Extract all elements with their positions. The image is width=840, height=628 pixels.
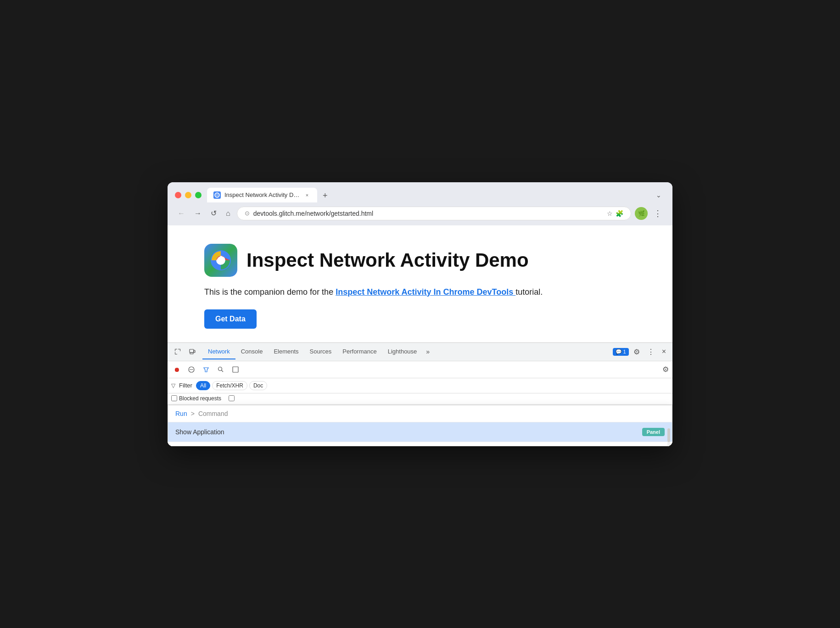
svg-marker-15 <box>204 368 208 372</box>
element-picker-button[interactable] <box>171 346 184 357</box>
console-badge-icon: 💬 <box>616 349 622 355</box>
more-tabs-button[interactable]: » <box>422 346 433 357</box>
svg-point-16 <box>218 367 222 370</box>
filter-button[interactable] <box>201 364 212 375</box>
active-tab[interactable]: Inspect Network Activity Dem × <box>207 188 317 202</box>
devtools-left-icons <box>171 346 199 357</box>
page-header: Inspect Network Activity Demo <box>204 244 636 277</box>
svg-point-3 <box>217 257 224 264</box>
network-toolbar: ⏺ <box>168 361 672 378</box>
page-content: Inspect Network Activity Demo This is th… <box>168 225 672 342</box>
new-tab-button[interactable]: + <box>319 189 331 202</box>
command-scrollbar-thumb <box>667 428 670 442</box>
devtools-settings-button[interactable]: ⚙ <box>631 346 643 358</box>
page-title: Inspect Network Activity Demo <box>246 249 529 271</box>
profile-avatar[interactable]: 🌿 <box>635 207 648 220</box>
command-label-application: Show Application <box>175 428 642 436</box>
maximize-window-button[interactable] <box>195 192 202 198</box>
filter-doc[interactable]: Doc <box>249 381 267 390</box>
svg-rect-9 <box>175 352 175 354</box>
close-window-button[interactable] <box>175 192 181 198</box>
tab-close-button[interactable]: × <box>303 191 311 199</box>
address-field[interactable]: ⊙ devtools.glitch.me/network/getstarted.… <box>237 207 631 220</box>
home-button[interactable]: ⌂ <box>223 207 233 219</box>
network-panel: ⏺ <box>168 361 672 446</box>
command-item-application[interactable]: Show Application Panel <box>168 422 672 442</box>
svg-rect-7 <box>180 349 180 351</box>
clear-button[interactable] <box>186 364 197 375</box>
filter-label: Filter <box>179 382 192 389</box>
tab-network[interactable]: Network <box>202 344 235 359</box>
tab-title: Inspect Network Activity Dem <box>224 191 300 198</box>
third-party-item <box>229 395 236 401</box>
tab-favicon <box>213 191 221 199</box>
device-toolbar-button[interactable] <box>186 346 199 357</box>
devtools-tabs: Network Console Elements Sources Perform… <box>202 344 613 359</box>
network-settings-button[interactable]: ⚙ <box>662 365 669 374</box>
filter-types: All Fetch/XHR Doc <box>196 381 267 390</box>
devtools-panel-container: Name e cookies Size Time main.css 802 B … <box>168 405 672 437</box>
command-input-placeholder[interactable]: Command <box>198 410 665 417</box>
devtools-right-icons: 💬 1 ⚙ ⋮ × <box>613 346 669 358</box>
blocked-requests-item: Blocked requests <box>171 395 221 402</box>
tab-sources[interactable]: Sources <box>304 344 337 359</box>
svg-rect-10 <box>190 349 194 353</box>
filter-all[interactable]: All <box>196 381 210 390</box>
filter-fetch-xhr[interactable]: Fetch/XHR <box>212 381 247 390</box>
filter-bar: ▽ Filter All Fetch/XHR Doc <box>168 378 672 393</box>
browser-window: Inspect Network Activity Dem × + ⌄ ← → ↺… <box>168 182 672 446</box>
svg-rect-18 <box>233 367 238 372</box>
checkbox-row: Blocked requests <box>168 393 672 405</box>
forward-button[interactable]: → <box>191 207 204 219</box>
filter-icon: ▽ <box>171 382 175 389</box>
command-input-row: Run > Command <box>168 405 672 422</box>
minimize-window-button[interactable] <box>185 192 191 198</box>
console-badge-count: 1 <box>623 349 626 354</box>
window-controls <box>175 192 202 198</box>
extension-icon[interactable]: 🧩 <box>616 210 623 217</box>
bookmark-icon[interactable]: ☆ <box>607 210 613 217</box>
devtools-toolbar: Network Console Elements Sources Perform… <box>168 343 672 361</box>
panel-badge-application: Panel <box>642 428 665 436</box>
search-button[interactable] <box>215 364 226 375</box>
blocked-requests-checkbox[interactable] <box>171 395 177 401</box>
tab-bar: Inspect Network Activity Dem × + <box>207 188 647 202</box>
capture-screenshots-button[interactable] <box>230 364 241 375</box>
command-arrow: > <box>191 410 195 417</box>
browser-menu-button[interactable]: ⋮ <box>650 206 665 221</box>
console-badge: 💬 1 <box>613 348 629 356</box>
command-run-label: Run <box>175 410 187 417</box>
third-party-checkbox[interactable] <box>229 395 235 401</box>
devtools-close-button[interactable]: × <box>659 346 669 358</box>
tab-elements[interactable]: Elements <box>268 344 304 359</box>
devtools: Network Console Elements Sources Perform… <box>168 342 672 446</box>
description-after: tutorial. <box>515 287 543 297</box>
reload-button[interactable]: ↺ <box>208 207 219 219</box>
command-scrollbar <box>667 428 670 446</box>
devtools-more-button[interactable]: ⋮ <box>644 346 657 358</box>
url-display: devtools.glitch.me/network/getstarted.ht… <box>253 210 603 217</box>
page-description: This is the companion demo for the Inspe… <box>204 286 636 298</box>
security-icon: ⊙ <box>245 210 250 217</box>
devtools-link[interactable]: Inspect Network Activity In Chrome DevTo… <box>336 287 515 297</box>
tab-performance[interactable]: Performance <box>337 344 382 359</box>
tab-lighthouse[interactable]: Lighthouse <box>382 344 423 359</box>
svg-rect-5 <box>175 349 175 351</box>
record-button[interactable]: ⏺ <box>171 364 182 375</box>
command-palette: Run > Command Show Application Panel Sho… <box>168 405 672 446</box>
back-button[interactable]: ← <box>175 207 188 219</box>
svg-line-17 <box>222 370 224 372</box>
command-item-css-overview[interactable]: Show CSS overview Panel <box>168 442 672 446</box>
get-data-button[interactable]: Get Data <box>204 309 257 329</box>
tab-end-controls: ⌄ <box>652 190 665 201</box>
tab-chevron-button[interactable]: ⌄ <box>652 190 665 201</box>
tab-console[interactable]: Console <box>235 344 269 359</box>
chrome-logo <box>204 244 237 277</box>
blocked-requests-label: Blocked requests <box>179 395 221 402</box>
description-before: This is the companion demo for the <box>204 287 336 297</box>
address-icons: ☆ 🧩 <box>607 210 623 217</box>
address-bar: ← → ↺ ⌂ ⊙ devtools.glitch.me/network/get… <box>168 202 672 225</box>
browser-toolbar-right: 🌿 ⋮ <box>635 206 665 221</box>
svg-rect-12 <box>190 353 193 354</box>
svg-rect-11 <box>194 350 195 353</box>
